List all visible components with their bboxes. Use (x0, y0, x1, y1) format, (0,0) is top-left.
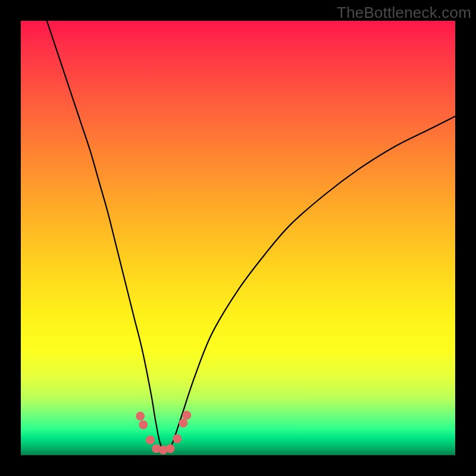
floor-dot-3 (166, 444, 175, 453)
left-dot-upper (136, 412, 145, 421)
marker-group (136, 411, 191, 454)
chart-frame: TheBottleneck.com (0, 0, 476, 476)
right-dot-inner (173, 434, 181, 443)
curve-layer (21, 21, 455, 455)
right-dot-upper (182, 411, 191, 419)
right-dot-lower (179, 418, 188, 427)
left-dot-inner (146, 436, 155, 444)
plot-area (21, 21, 455, 455)
watermark-text: TheBottleneck.com (337, 4, 471, 22)
left-dot-lower (139, 420, 148, 429)
bottleneck-curve (47, 21, 455, 452)
curve-path (47, 21, 455, 452)
